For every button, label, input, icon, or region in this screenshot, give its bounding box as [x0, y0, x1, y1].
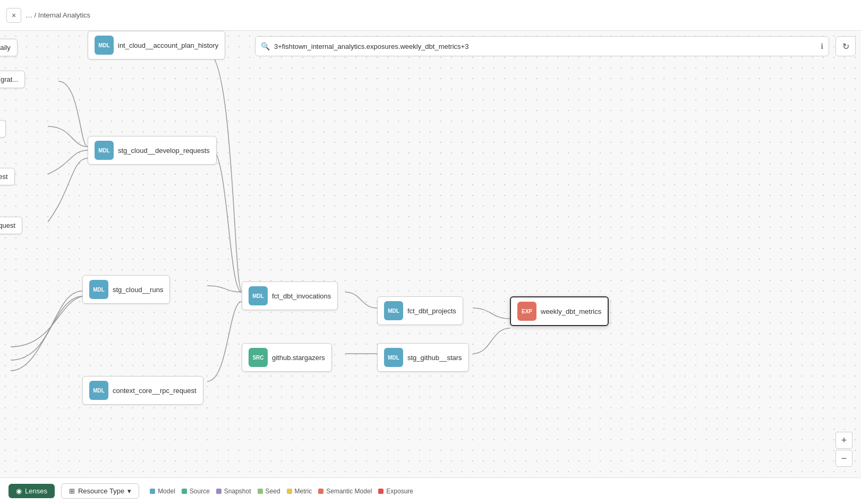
node-label: multicell_migrat... [0, 75, 18, 83]
node-stg-github-stars[interactable]: MDL stg_github__stars [377, 343, 469, 372]
node-develop-request[interactable]: develop_request [0, 217, 22, 234]
badge-mdl: MDL [89, 381, 108, 400]
node-context-core-rpc[interactable]: MDL context_core__rpc_request [82, 376, 203, 405]
resource-type-label: Resource Type [78, 487, 124, 495]
node-label: github.stargazers [272, 354, 325, 362]
legend-seed-label: Seed [266, 488, 280, 495]
node-label: weekly_dbt_metrics [541, 307, 601, 315]
zoom-controls: + − [836, 432, 853, 467]
node-fct-dbt-invocations[interactable]: MDL fct_dbt_invocations [242, 281, 338, 310]
lenses-icon: ◉ [16, 487, 22, 495]
node-label: fct_dbt_invocations [272, 292, 331, 300]
legend-model-dot [150, 489, 155, 494]
search-input[interactable] [274, 42, 816, 50]
node-int-cloud-account[interactable]: MDL int_cloud__account_plan_history [88, 31, 225, 59]
lenses-label: Lenses [25, 487, 47, 495]
legend-snapshot-dot [216, 489, 221, 494]
canvas: snapshot_daily multicell_migrat... op_re… [0, 31, 861, 477]
node-label: int_cloud__account_plan_history [118, 41, 218, 49]
node-label: velop_request [0, 173, 8, 181]
legend-metric: Metric [287, 488, 312, 495]
legend-exposure-label: Exposure [386, 488, 413, 495]
search-icon: 🔍 [261, 42, 270, 50]
legend-snapshot: Snapshot [216, 488, 251, 495]
node-velop-request[interactable]: velop_request [0, 168, 15, 185]
badge-src: SRC [249, 348, 268, 367]
node-snapshot-daily[interactable]: snapshot_daily [0, 39, 18, 56]
legend-semantic-model: Semantic Model [318, 488, 372, 495]
legend-metric-dot [287, 489, 292, 494]
resource-type-icon: ⊞ [69, 487, 75, 495]
legend-exposure: Exposure [378, 488, 413, 495]
legend-semantic-model-label: Semantic Model [326, 488, 372, 495]
node-label: fct_dbt_projects [407, 307, 456, 315]
chevron-down-icon: ▾ [127, 487, 131, 495]
node-stg-cloud-runs[interactable]: MDL stg_cloud__runs [82, 275, 170, 304]
breadcrumb: … / Internal Analytics [25, 11, 90, 19]
lenses-button[interactable]: ◉ Lenses [8, 484, 55, 498]
badge-mdl: MDL [249, 286, 268, 305]
legend-metric-label: Metric [295, 488, 312, 495]
badge-mdl: MDL [384, 348, 403, 367]
node-op-request[interactable]: op_request [0, 120, 6, 138]
legend-seed-dot [258, 489, 263, 494]
node-multicell[interactable]: multicell_migrat... [0, 71, 25, 88]
legend-source-label: Source [190, 488, 210, 495]
legend-source: Source [182, 488, 210, 495]
zoom-out-button[interactable]: − [836, 450, 853, 467]
badge-exp: EXP [517, 302, 536, 321]
node-weekly-dbt-metrics[interactable]: EXP weekly_dbt_metrics [510, 296, 609, 326]
legend-exposure-dot [378, 489, 383, 494]
zoom-in-button[interactable]: + [836, 432, 853, 449]
connections-svg [0, 31, 861, 477]
node-stg-develop-requests[interactable]: MDL stg_cloud__develop_requests [88, 136, 217, 165]
legend-model-label: Model [158, 488, 175, 495]
legend-model: Model [150, 488, 175, 495]
resource-type-button[interactable]: ⊞ Resource Type ▾ [61, 483, 139, 499]
info-icon[interactable]: ℹ [821, 42, 823, 50]
search-bar: 🔍 ℹ [255, 36, 829, 56]
badge-mdl: MDL [95, 141, 114, 160]
legend-source-dot [182, 489, 187, 494]
legend-snapshot-label: Snapshot [224, 488, 251, 495]
node-label: stg_github__stars [407, 354, 462, 362]
node-label: develop_request [0, 221, 15, 229]
node-fct-dbt-projects[interactable]: MDL fct_dbt_projects [377, 296, 463, 325]
badge-mdl: MDL [95, 36, 114, 55]
legend-seed: Seed [258, 488, 280, 495]
node-label: snapshot_daily [0, 44, 11, 52]
header-bar: × … / Internal Analytics [0, 0, 861, 31]
badge-mdl: MDL [384, 301, 403, 320]
legend: Model Source Snapshot Seed Metric Semant… [150, 488, 413, 495]
bottom-bar: ◉ Lenses ⊞ Resource Type ▾ Model Source … [0, 477, 861, 504]
node-label: stg_cloud__runs [113, 286, 163, 294]
node-label: stg_cloud__develop_requests [118, 147, 210, 155]
node-label: context_core__rpc_request [113, 387, 197, 395]
refresh-button[interactable]: ↻ [836, 36, 856, 56]
node-github-stargazers[interactable]: SRC github.stargazers [242, 343, 332, 372]
badge-mdl: MDL [89, 280, 108, 299]
legend-semantic-model-dot [318, 489, 323, 494]
close-button[interactable]: × [6, 8, 21, 23]
